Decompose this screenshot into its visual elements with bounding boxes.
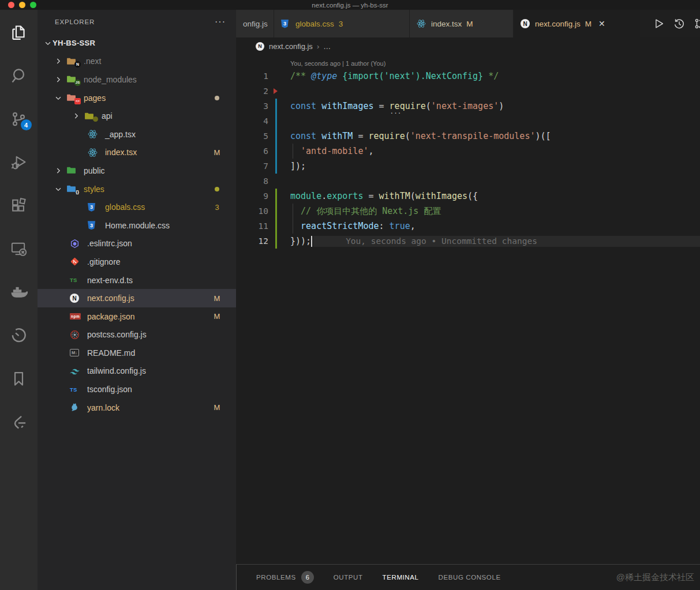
code-editor[interactable]: You, seconds ago | 1 author (You) 1/** @…	[236, 55, 700, 564]
code-line-7[interactable]: 7]);	[236, 159, 700, 174]
line-number[interactable]: 10	[236, 206, 268, 216]
close-icon[interactable]: ✕	[598, 19, 605, 28]
code-line-11[interactable]: 11 reactStrictMode: true,	[236, 219, 700, 234]
sidebar-item-styles[interactable]: {}styles	[38, 180, 236, 198]
sidebar-item-index-tsx[interactable]: index.tsxM	[38, 144, 236, 162]
activity-bar-item-docker[interactable]	[5, 277, 33, 306]
item-label: next-env.d.ts	[87, 276, 236, 285]
line-number[interactable]: 1	[236, 72, 268, 81]
activity-bar-item-bookmarks[interactable]	[5, 364, 33, 393]
git-added-gutter	[275, 189, 277, 204]
code-lines: 1/** @type {import('next').NextConfig} *…	[236, 69, 700, 249]
activity-bar-item-search[interactable]	[5, 61, 33, 90]
line-number[interactable]: 12	[236, 236, 268, 246]
activity-bar-item-source-control[interactable]: 4	[5, 104, 33, 133]
sidebar-item-api[interactable]: api	[38, 107, 236, 125]
open-changes-button[interactable]	[690, 13, 700, 34]
git-modified-badge: M	[212, 148, 222, 157]
sidebar-item--next[interactable]: N.next	[38, 52, 236, 71]
line-number[interactable]: 3	[236, 102, 268, 111]
line-number[interactable]: 9	[236, 191, 268, 201]
item-label: tailwind.config.js	[87, 366, 236, 375]
panel-tab-output[interactable]: OUTPUT	[334, 574, 363, 581]
line-number[interactable]: 5	[236, 131, 268, 141]
tab-globals-css[interactable]: 3globals.css3	[274, 10, 410, 37]
indent-guide	[293, 144, 293, 159]
code-line-1[interactable]: 1/** @type {import('next').NextConfig} *…	[236, 69, 700, 84]
line-number[interactable]: 6	[236, 146, 268, 156]
git-added-gutter	[275, 219, 277, 234]
code-line-10[interactable]: 10 // 你项目中其他的 Next.js 配置	[236, 204, 700, 219]
markdown-icon: M↓	[70, 348, 83, 358]
item-label: package.json	[87, 312, 212, 321]
codelens-annotation[interactable]: You, seconds ago | 1 author (You)	[236, 55, 700, 69]
panel-tab-terminal[interactable]: TERMINAL	[383, 574, 419, 581]
compare-icon	[694, 17, 700, 30]
line-number[interactable]: 8	[236, 176, 268, 186]
sidebar-item-tailwind-config-js[interactable]: tailwind.config.js	[38, 362, 236, 381]
window-title: next.config.js — yh-bs-ssr	[0, 2, 700, 9]
tab-index-tsx[interactable]: index.tsxM	[410, 10, 514, 37]
tab-next-config-js[interactable]: Nnext.config.jsM✕	[514, 10, 641, 37]
activity-bar-item-leetcode[interactable]	[5, 407, 33, 436]
tree-root-yh-bs-ssr[interactable]: YH-BS-SSR	[38, 34, 236, 52]
breadcrumb-file[interactable]: next.config.js	[269, 42, 313, 51]
code-line-9[interactable]: 9module.exports = withTM(withImages({	[236, 189, 700, 204]
eslint-icon	[70, 238, 83, 249]
sidebar-item-next-env-d-ts[interactable]: TSnext-env.d.ts	[38, 271, 236, 290]
sidebar-item--gitignore[interactable]: .gitignore	[38, 253, 236, 271]
tab-onfig-js[interactable]: onfig.js	[236, 10, 274, 37]
activity-bar-item-run-debug[interactable]	[5, 148, 33, 176]
code-line-12[interactable]: 12}));You, seconds ago • Uncommitted cha…	[236, 234, 700, 249]
run-button[interactable]	[648, 13, 669, 34]
activity-bar-item-time-tracker[interactable]	[5, 321, 33, 350]
item-label: .gitignore	[87, 257, 236, 266]
item-label: pages	[84, 93, 212, 103]
chevron-right-icon	[72, 111, 81, 121]
css3-icon: 3	[88, 202, 100, 212]
explorer-sidebar: EXPLORER ··· YH-BS-SSRN.nextJSnode_modul…	[38, 10, 236, 590]
sidebar-item-node-modules[interactable]: JSnode_modules	[38, 70, 236, 89]
sidebar-item-pages[interactable]: <>pages	[38, 89, 236, 107]
sidebar-item-package-json[interactable]: npmpackage.jsonM	[38, 307, 236, 326]
code-line-6[interactable]: 6 'antd-mobile',	[236, 144, 700, 159]
line-number[interactable]: 7	[236, 161, 268, 171]
panel-tab-problems[interactable]: PROBLEMS6	[256, 571, 314, 584]
activity-bar-item-remote-explorer[interactable]	[5, 234, 33, 263]
item-label: globals.css	[105, 202, 212, 212]
code-line-5[interactable]: 5const withTM = require('next-transpile-…	[236, 129, 700, 144]
panel-tab-debug-console[interactable]: DEBUG CONSOLE	[439, 574, 501, 581]
sidebar-item-yarn-lock[interactable]: yarn.lockM	[38, 399, 236, 417]
sidebar-item-home-module-css[interactable]: 3Home.module.css	[38, 216, 236, 235]
bottom-panel: PROBLEMS6OUTPUTTERMINALDEBUG CONSOLE@稀土掘…	[236, 564, 700, 590]
activity-bar-item-extensions[interactable]	[5, 191, 33, 220]
breadcrumb-more[interactable]: …	[323, 42, 331, 51]
line-number[interactable]: 11	[236, 221, 268, 231]
chevron-right-icon	[54, 166, 63, 175]
sidebar-item-globals-css[interactable]: 3globals.css3	[38, 198, 236, 216]
item-label: api	[102, 111, 236, 121]
sidebar-item-readme-md[interactable]: M↓README.md	[38, 344, 236, 362]
text-cursor	[311, 236, 312, 247]
sidebar-item-public[interactable]: public	[38, 161, 236, 180]
code-line-3[interactable]: 3const withImages = require('next-images…	[236, 99, 700, 114]
line-number[interactable]: 4	[236, 117, 268, 126]
timeline-button[interactable]	[669, 13, 690, 34]
sidebar-item--eslintrc-json[interactable]: .eslintrc.json	[38, 235, 236, 253]
code-line-4[interactable]: 4	[236, 114, 700, 129]
git-deleted-gutter	[274, 88, 278, 94]
sidebar-item--app-tsx[interactable]: _app.tsx	[38, 125, 236, 144]
activity-bar-item-explorer[interactable]	[5, 18, 33, 47]
sidebar-item-next-config-js[interactable]: Nnext.config.jsM	[38, 289, 236, 307]
sidebar-item-tsconfig-json[interactable]: TStsconfig.json	[38, 380, 236, 399]
editor-empty-space[interactable]	[236, 249, 700, 564]
code-line-8[interactable]: 8	[236, 174, 700, 189]
git-added-gutter	[275, 234, 277, 249]
line-number[interactable]: 2	[236, 87, 268, 96]
item-label: Home.module.css	[105, 221, 236, 230]
ts-blue-icon: TS	[70, 384, 83, 394]
explorer-more-actions-button[interactable]: ···	[215, 17, 226, 27]
code-line-2[interactable]: 2	[236, 84, 700, 99]
nextjs-icon: N	[521, 19, 531, 28]
sidebar-item-postcss-config-js[interactable]: postcss.config.js	[38, 326, 236, 344]
